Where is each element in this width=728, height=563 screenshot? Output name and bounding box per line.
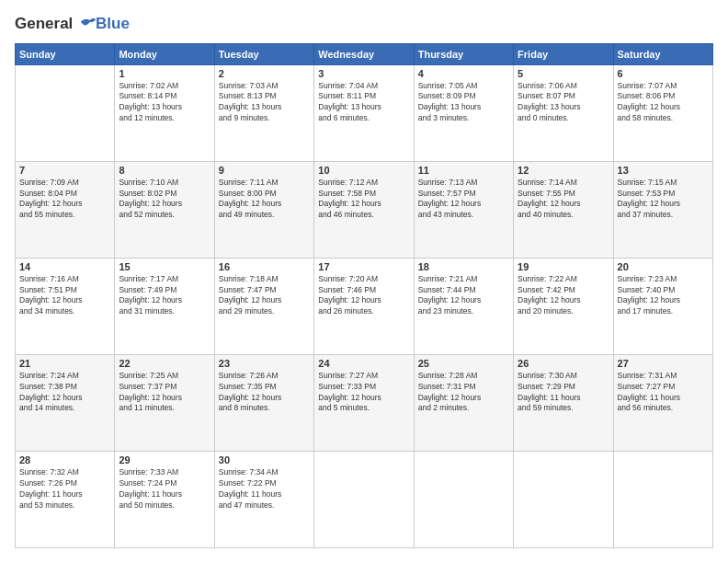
day-number: 16 [219,261,310,272]
day-info: Sunrise: 7:11 AM Sunset: 8:00 PM Dayligh… [219,178,310,222]
calendar-cell [16,64,115,161]
calendar-cell: 19Sunrise: 7:22 AM Sunset: 7:42 PM Dayli… [514,258,613,354]
day-info: Sunrise: 7:25 AM Sunset: 7:37 PM Dayligh… [119,371,210,415]
day-info: Sunrise: 7:23 AM Sunset: 7:40 PM Dayligh… [618,274,709,318]
day-number: 15 [119,261,210,272]
calendar-cell: 24Sunrise: 7:27 AM Sunset: 7:33 PM Dayli… [314,354,414,451]
day-info: Sunrise: 7:17 AM Sunset: 7:49 PM Dayligh… [119,274,210,318]
calendar-cell: 22Sunrise: 7:25 AM Sunset: 7:37 PM Dayli… [115,354,214,451]
day-number: 13 [618,165,709,176]
calendar-cell: 29Sunrise: 7:33 AM Sunset: 7:24 PM Dayli… [115,451,214,547]
calendar-cell: 26Sunrise: 7:30 AM Sunset: 7:29 PM Dayli… [514,354,613,451]
calendar-week-row: 7Sunrise: 7:09 AM Sunset: 8:04 PM Daylig… [16,161,713,258]
day-info: Sunrise: 7:34 AM Sunset: 7:22 PM Dayligh… [219,467,310,511]
calendar-cell: 18Sunrise: 7:21 AM Sunset: 7:44 PM Dayli… [414,258,513,354]
calendar-cell: 23Sunrise: 7:26 AM Sunset: 7:35 PM Dayli… [214,354,313,451]
day-number: 29 [119,454,210,465]
day-number: 22 [119,358,210,369]
calendar-cell: 27Sunrise: 7:31 AM Sunset: 7:27 PM Dayli… [613,354,712,451]
day-number: 18 [418,261,509,272]
calendar-week-row: 21Sunrise: 7:24 AM Sunset: 7:38 PM Dayli… [16,354,713,451]
day-info: Sunrise: 7:22 AM Sunset: 7:42 PM Dayligh… [518,274,609,318]
day-info: Sunrise: 7:13 AM Sunset: 7:57 PM Dayligh… [418,178,509,222]
day-info: Sunrise: 7:15 AM Sunset: 7:53 PM Dayligh… [618,178,709,222]
day-number: 4 [418,68,509,79]
day-info: Sunrise: 7:33 AM Sunset: 7:24 PM Dayligh… [119,467,210,511]
calendar-cell: 21Sunrise: 7:24 AM Sunset: 7:38 PM Dayli… [16,354,115,451]
calendar-cell [514,451,613,547]
day-number: 19 [518,261,609,272]
day-info: Sunrise: 7:10 AM Sunset: 8:02 PM Dayligh… [119,178,210,222]
day-info: Sunrise: 7:28 AM Sunset: 7:31 PM Dayligh… [418,371,509,415]
weekday-header-tuesday: Tuesday [214,43,313,64]
day-number: 6 [618,68,709,79]
day-info: Sunrise: 7:27 AM Sunset: 7:33 PM Dayligh… [318,371,409,415]
calendar-cell: 30Sunrise: 7:34 AM Sunset: 7:22 PM Dayli… [214,451,313,547]
calendar-cell: 20Sunrise: 7:23 AM Sunset: 7:40 PM Dayli… [613,258,712,354]
logo: General Blue [15,15,130,34]
day-info: Sunrise: 7:03 AM Sunset: 8:13 PM Dayligh… [219,81,310,125]
day-number: 3 [318,68,409,79]
day-info: Sunrise: 7:12 AM Sunset: 7:58 PM Dayligh… [318,178,409,222]
calendar-cell: 25Sunrise: 7:28 AM Sunset: 7:31 PM Dayli… [414,354,513,451]
header: General Blue [15,15,713,34]
day-number: 11 [418,165,509,176]
calendar-cell: 8Sunrise: 7:10 AM Sunset: 8:02 PM Daylig… [115,161,214,258]
day-number: 9 [219,165,310,176]
day-info: Sunrise: 7:09 AM Sunset: 8:04 PM Dayligh… [19,178,110,222]
calendar-cell: 15Sunrise: 7:17 AM Sunset: 7:49 PM Dayli… [115,258,214,354]
calendar-cell: 3Sunrise: 7:04 AM Sunset: 8:11 PM Daylig… [314,64,414,161]
calendar-cell: 5Sunrise: 7:06 AM Sunset: 8:07 PM Daylig… [514,64,613,161]
day-number: 27 [618,358,709,369]
weekday-header-thursday: Thursday [414,43,513,64]
calendar-cell: 4Sunrise: 7:05 AM Sunset: 8:09 PM Daylig… [414,64,513,161]
day-info: Sunrise: 7:05 AM Sunset: 8:09 PM Dayligh… [418,81,509,125]
day-info: Sunrise: 7:20 AM Sunset: 7:46 PM Dayligh… [318,274,409,318]
day-info: Sunrise: 7:07 AM Sunset: 8:06 PM Dayligh… [618,81,709,125]
calendar-cell: 28Sunrise: 7:32 AM Sunset: 7:26 PM Dayli… [16,451,115,547]
day-info: Sunrise: 7:18 AM Sunset: 7:47 PM Dayligh… [219,274,310,318]
day-number: 23 [219,358,310,369]
day-number: 24 [318,358,409,369]
day-info: Sunrise: 7:24 AM Sunset: 7:38 PM Dayligh… [19,371,110,415]
calendar-cell: 11Sunrise: 7:13 AM Sunset: 7:57 PM Dayli… [414,161,513,258]
day-number: 7 [19,165,110,176]
day-number: 8 [119,165,210,176]
day-number: 28 [19,454,110,465]
weekday-header-sunday: Sunday [16,43,115,64]
day-info: Sunrise: 7:21 AM Sunset: 7:44 PM Dayligh… [418,274,509,318]
calendar-cell [314,451,414,547]
calendar-cell: 14Sunrise: 7:16 AM Sunset: 7:51 PM Dayli… [16,258,115,354]
calendar-cell: 10Sunrise: 7:12 AM Sunset: 7:58 PM Dayli… [314,161,414,258]
calendar-cell: 13Sunrise: 7:15 AM Sunset: 7:53 PM Dayli… [613,161,712,258]
weekday-header-friday: Friday [514,43,613,64]
day-number: 1 [119,68,210,79]
calendar-cell [613,451,712,547]
calendar-week-row: 1Sunrise: 7:02 AM Sunset: 8:14 PM Daylig… [16,64,713,161]
logo-bird-icon [79,16,97,34]
calendar-cell: 17Sunrise: 7:20 AM Sunset: 7:46 PM Dayli… [314,258,414,354]
calendar-cell [414,451,513,547]
calendar-header-row: SundayMondayTuesdayWednesdayThursdayFrid… [16,43,713,64]
day-info: Sunrise: 7:02 AM Sunset: 8:14 PM Dayligh… [119,81,210,125]
day-info: Sunrise: 7:32 AM Sunset: 7:26 PM Dayligh… [19,467,110,511]
logo-general: General [15,15,73,32]
day-number: 5 [518,68,609,79]
calendar-cell: 9Sunrise: 7:11 AM Sunset: 8:00 PM Daylig… [214,161,313,258]
day-info: Sunrise: 7:31 AM Sunset: 7:27 PM Dayligh… [618,371,709,415]
day-number: 30 [219,454,310,465]
day-number: 17 [318,261,409,272]
day-number: 12 [518,165,609,176]
day-number: 14 [19,261,110,272]
day-info: Sunrise: 7:16 AM Sunset: 7:51 PM Dayligh… [19,274,110,318]
calendar-week-row: 14Sunrise: 7:16 AM Sunset: 7:51 PM Dayli… [16,258,713,354]
calendar-table: SundayMondayTuesdayWednesdayThursdayFrid… [15,43,713,548]
calendar-cell: 7Sunrise: 7:09 AM Sunset: 8:04 PM Daylig… [16,161,115,258]
page: General Blue SundayMondayTuesdayWednesda… [0,0,728,563]
calendar-cell: 2Sunrise: 7:03 AM Sunset: 8:13 PM Daylig… [214,64,313,161]
calendar-cell: 16Sunrise: 7:18 AM Sunset: 7:47 PM Dayli… [214,258,313,354]
day-number: 25 [418,358,509,369]
calendar-cell: 12Sunrise: 7:14 AM Sunset: 7:55 PM Dayli… [514,161,613,258]
day-info: Sunrise: 7:26 AM Sunset: 7:35 PM Dayligh… [219,371,310,415]
weekday-header-monday: Monday [115,43,214,64]
